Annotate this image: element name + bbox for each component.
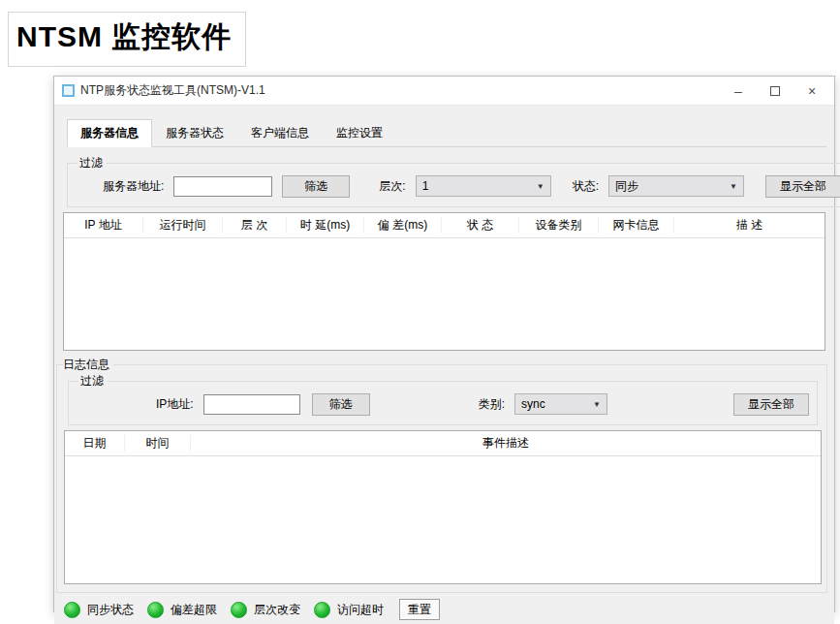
tab-server-status[interactable]: 服务器状态 [152, 119, 237, 147]
tab-client-info[interactable]: 客户端信息 [237, 119, 323, 147]
server-address-input[interactable] [173, 176, 272, 197]
indicator-stratum-change: 层次改变 [231, 602, 300, 618]
stratum-label: 层次: [379, 178, 405, 195]
log-category-select[interactable]: sync ▼ [514, 393, 607, 415]
col-log-time[interactable]: 时间 [125, 435, 191, 452]
chevron-down-icon: ▼ [730, 182, 737, 191]
log-table-header: 日期 时间 事件描述 [65, 431, 821, 456]
app-window: NTP服务状态监视工具(NTSM)-V1.1 – × 服务器信息 服务器状态 客… [53, 76, 835, 612]
chevron-down-icon: ▼ [537, 182, 544, 191]
log-table: 日期 时间 事件描述 [64, 430, 822, 584]
log-table-body [65, 456, 821, 583]
log-group-label: 日志信息 [63, 357, 113, 373]
log-group: 日志信息 过滤 IP地址: 筛选 类别: sync ▼ [56, 357, 827, 593]
log-show-all-button[interactable]: 显示全部 [733, 393, 809, 416]
page-title: NTSM 监控软件 [8, 12, 246, 67]
indicator-offset-exceed: 偏差超限 [147, 602, 217, 618]
indicator-access-timeout: 访问超时 [314, 602, 384, 618]
tab-server-info[interactable]: 服务器信息 [67, 119, 152, 147]
col-ip-address[interactable]: IP 地址 [64, 217, 143, 234]
col-description[interactable]: 描 述 [674, 217, 824, 234]
col-log-event[interactable]: 事件描述 [191, 435, 821, 452]
col-log-date[interactable]: 日期 [65, 435, 125, 452]
close-button[interactable]: × [793, 78, 830, 103]
server-address-label: 服务器地址: [103, 178, 164, 195]
indicator-label: 访问超时 [337, 602, 384, 618]
log-ip-label: IP地址: [156, 396, 194, 413]
stratum-select[interactable]: 1 ▼ [416, 175, 551, 197]
maximize-button[interactable] [757, 78, 793, 103]
green-led-icon [64, 602, 80, 618]
col-status[interactable]: 状 态 [442, 217, 519, 234]
reset-button[interactable]: 重置 [399, 599, 440, 620]
col-offset[interactable]: 偏 差(ms) [364, 217, 442, 234]
server-table-header: IP 地址 运行时间 层 次 时 延(ms) 偏 差(ms) 状 态 设备类别 … [64, 213, 824, 238]
indicator-label: 同步状态 [87, 602, 134, 618]
col-device-type[interactable]: 设备类别 [519, 217, 599, 234]
log-category-label: 类别: [479, 396, 505, 413]
col-nic-info[interactable]: 网卡信息 [599, 217, 674, 234]
server-table-body [64, 238, 824, 350]
minimize-button[interactable]: – [720, 78, 757, 103]
server-table: IP 地址 运行时间 层 次 时 延(ms) 偏 差(ms) 状 态 设备类别 … [63, 212, 825, 351]
col-uptime[interactable]: 运行时间 [143, 217, 223, 234]
green-led-icon [231, 602, 247, 618]
green-led-icon [314, 602, 330, 618]
col-stratum[interactable]: 层 次 [223, 217, 287, 234]
server-filter-group-label: 过滤 [78, 155, 107, 172]
status-selected-value: 同步 [615, 178, 638, 195]
tab-strip: 服务器信息 服务器状态 客户端信息 监控设置 [67, 119, 826, 147]
chevron-down-icon: ▼ [593, 400, 601, 409]
log-filter-button[interactable]: 筛选 [312, 393, 370, 416]
maximize-icon [770, 86, 780, 96]
server-show-all-button[interactable]: 显示全部 [765, 175, 840, 198]
stratum-selected-value: 1 [422, 179, 429, 193]
log-filter-group-label: 过滤 [78, 373, 108, 390]
window-controls: – × [720, 78, 830, 103]
app-logo-icon [62, 84, 75, 97]
indicator-label: 偏差超限 [171, 602, 217, 618]
green-led-icon [147, 602, 164, 618]
server-filter-button[interactable]: 筛选 [282, 175, 350, 198]
col-delay[interactable]: 时 延(ms) [287, 217, 364, 234]
tab-monitor-settings[interactable]: 监控设置 [323, 119, 396, 147]
log-filter-group: 过滤 IP地址: 筛选 类别: sync ▼ 显示全部 [68, 373, 818, 425]
indicator-sync-status: 同步状态 [64, 602, 134, 618]
server-filter-group: 过滤 服务器地址: 筛选 层次: 1 ▼ 状态: 同步 [67, 155, 840, 207]
log-category-selected-value: sync [521, 397, 545, 411]
window-title: NTP服务状态监视工具(NTSM)-V1.1 [80, 82, 720, 99]
server-filter-row: 服务器地址: 筛选 层次: 1 ▼ 状态: 同步 ▼ [76, 173, 840, 199]
log-filter-row: IP地址: 筛选 类别: sync ▼ 显示全部 [77, 391, 809, 417]
indicator-label: 层次改变 [254, 602, 300, 618]
status-select[interactable]: 同步 ▼ [608, 175, 744, 197]
window-body: 服务器信息 服务器状态 客户端信息 监控设置 过滤 服务器地址: 筛选 层次: … [54, 105, 834, 624]
window-titlebar: NTP服务状态监视工具(NTSM)-V1.1 – × [54, 77, 834, 105]
log-ip-input[interactable] [203, 394, 300, 415]
status-bar: 同步状态 偏差超限 层次改变 访问超时 重置 [62, 593, 826, 624]
status-label: 状态: [573, 178, 599, 195]
